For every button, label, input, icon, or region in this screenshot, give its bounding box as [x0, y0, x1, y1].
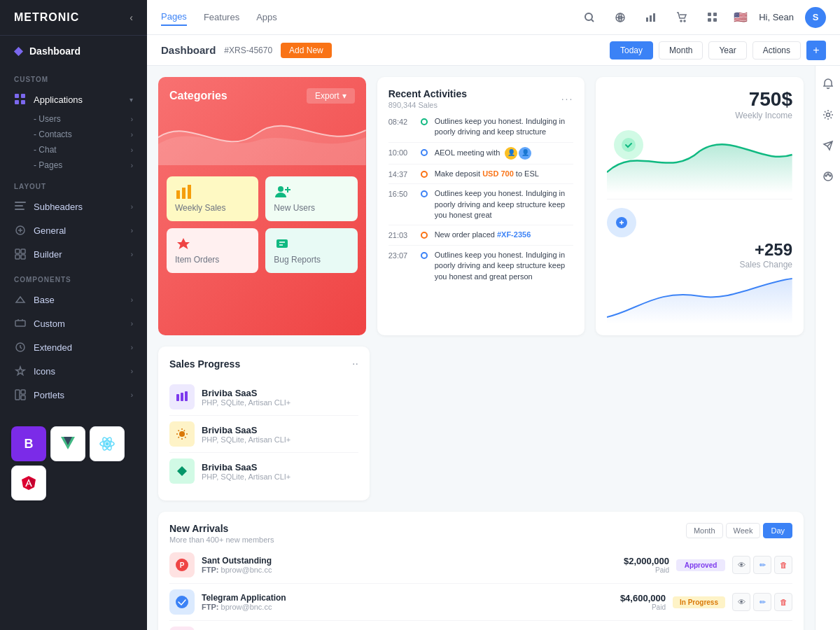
activity-text-3: Make deposit USD 700 to ESL: [435, 169, 539, 179]
vue-icon[interactable]: [50, 426, 85, 461]
sidebar-item-users[interactable]: - Users ›: [0, 111, 147, 127]
sidebar-item-base[interactable]: Base ›: [0, 288, 147, 312]
cat-bug-reports[interactable]: Bug Reports: [265, 228, 357, 273]
svg-point-33: [680, 20, 682, 22]
export-button[interactable]: Export ▾: [307, 88, 355, 104]
right-send-icon[interactable]: [818, 136, 838, 155]
sidebar-item-contacts[interactable]: - Contacts ›: [0, 127, 147, 142]
sidebar-collapse-icon[interactable]: ‹: [130, 12, 133, 23]
arrivals-title-group: New Arrivals More than 400+ new members: [169, 523, 274, 544]
activity-row-5: 21:03 New order placed #XF-2356: [388, 225, 574, 245]
activity-text-6: Outlines keep you honest. Indulging in p…: [435, 250, 574, 282]
time-1650: 16:50: [388, 188, 414, 198]
telegram-status: In Progress: [673, 596, 725, 608]
chart-icon[interactable]: [641, 8, 661, 27]
today-button[interactable]: Today: [610, 41, 653, 59]
sant-name: Sant Outstanding: [202, 556, 599, 566]
network-icon[interactable]: [610, 8, 630, 27]
right-palette-icon[interactable]: [818, 167, 838, 186]
cat-item-orders[interactable]: Item Orders: [167, 228, 258, 273]
sidebar-item-builder[interactable]: Builder ›: [0, 242, 147, 266]
sant-delete-btn[interactable]: 🗑: [774, 556, 792, 574]
telegram-edit-btn[interactable]: ✏: [753, 593, 771, 611]
sidebar-item-dashboard[interactable]: ◆ Dashboard: [0, 36, 147, 66]
top-grid: Categories Export ▾: [158, 77, 804, 335]
tab-apps[interactable]: Apps: [256, 9, 277, 25]
time-2307: 23:07: [388, 250, 414, 260]
dashboard-label: Dashboard: [29, 46, 80, 57]
telegram-delete-btn[interactable]: 🗑: [774, 593, 792, 611]
logo-text: METRONIC: [14, 11, 79, 24]
telegram-view-btn[interactable]: 👁: [732, 593, 750, 611]
bootstrap-icon[interactable]: B: [11, 426, 46, 461]
cat-weekly-sales[interactable]: Weekly Sales: [167, 176, 258, 221]
arrivals-tab-month[interactable]: Month: [686, 523, 723, 538]
right-sidebar: [815, 66, 840, 630]
search-icon[interactable]: [580, 8, 599, 27]
year-button[interactable]: Year: [708, 41, 746, 59]
svg-rect-2: [15, 100, 19, 104]
user-avatar[interactable]: S: [805, 7, 826, 28]
tab-features[interactable]: Features: [204, 9, 239, 25]
svg-rect-35: [708, 13, 711, 16]
sidebar-item-general[interactable]: General ›: [0, 218, 147, 242]
weekly-sales-label: Weekly Sales: [175, 203, 250, 213]
sidebar-item-custom-comp[interactable]: Custom ›: [0, 312, 147, 335]
svg-rect-47: [181, 393, 183, 401]
arrivals-tab-week[interactable]: Week: [726, 523, 761, 538]
arrivals-subtitle: More than 400+ new members: [169, 536, 274, 544]
categories-title: Categories: [169, 90, 227, 102]
sidebar-item-portlets[interactable]: Portlets ›: [0, 383, 147, 407]
apps-grid-icon[interactable]: [703, 8, 722, 27]
react-icon[interactable]: [90, 426, 125, 461]
builder-label: Builder: [34, 249, 62, 260]
angular-icon[interactable]: [11, 465, 46, 500]
arrivals-row-3: Management FTP: row@bnc.cc $560,000 Paid…: [169, 621, 792, 630]
activity-dot-blue2: [421, 190, 428, 197]
arrivals-tab-day[interactable]: Day: [763, 523, 792, 538]
sant-view-btn[interactable]: 👁: [732, 556, 750, 574]
svg-rect-32: [653, 13, 655, 22]
sidebar-item-icons[interactable]: Icons ›: [0, 359, 147, 383]
tab-pages[interactable]: Pages: [161, 8, 187, 26]
sales-sub-1: PHP, SQLite, Artisan CLI+: [202, 398, 358, 407]
right-bell-icon[interactable]: [818, 74, 838, 94]
add-new-button[interactable]: Add New: [281, 43, 332, 58]
add-icon-button[interactable]: +: [806, 41, 826, 60]
income-card: 750$ Weekly Income: [596, 77, 804, 335]
sales-change: +259: [607, 240, 792, 260]
svg-point-19: [106, 442, 109, 446]
page-title: Dashboard: [161, 44, 216, 56]
actions-button[interactable]: Actions: [752, 41, 801, 59]
sales-item-2: Briviba SaaS PHP, SQLite, Artisan CLI+: [169, 416, 358, 453]
svg-rect-37: [708, 18, 711, 22]
sant-amount: $2,000,000 Paid: [606, 556, 669, 574]
svg-point-27: [585, 13, 592, 20]
sales-info-2: Briviba SaaS PHP, SQLite, Artisan CLI+: [202, 425, 358, 444]
activity-dot-orange2: [421, 232, 428, 239]
cat-new-users[interactable]: New Users: [265, 176, 357, 221]
sidebar-item-applications[interactable]: Applications ▾: [0, 88, 147, 111]
flag-icon[interactable]: 🇺🇸: [734, 10, 748, 24]
right-gear-icon[interactable]: [818, 105, 838, 125]
sidebar-item-pages[interactable]: - Pages ›: [0, 158, 147, 173]
income-label: Weekly Income: [607, 111, 792, 120]
custom-comp-icon: [14, 317, 27, 330]
sant-edit-btn[interactable]: ✏: [753, 556, 771, 574]
chevron-down-icon: ▾: [342, 91, 346, 101]
sidebar-item-extended[interactable]: Extended ›: [0, 335, 147, 359]
activities-subtitle: 890,344 Sales: [388, 101, 467, 109]
cart-icon[interactable]: [672, 8, 692, 27]
extended-label: Extended: [34, 342, 72, 353]
extended-icon: [14, 341, 27, 354]
sidebar-item-chat[interactable]: - Chat ›: [0, 142, 147, 158]
page-ref: #XRS-45670: [224, 46, 272, 55]
sidebar-logo-area: METRONIC ‹: [0, 0, 147, 36]
sidebar-item-subheaders[interactable]: Subheaders ›: [0, 195, 147, 218]
month-button[interactable]: Month: [659, 41, 703, 59]
activities-menu[interactable]: ···: [561, 93, 574, 104]
chevron-right-icon: ›: [131, 115, 133, 123]
svg-point-49: [179, 431, 185, 437]
sales-menu[interactable]: ··: [352, 358, 358, 370]
time-2103: 21:03: [388, 230, 414, 239]
